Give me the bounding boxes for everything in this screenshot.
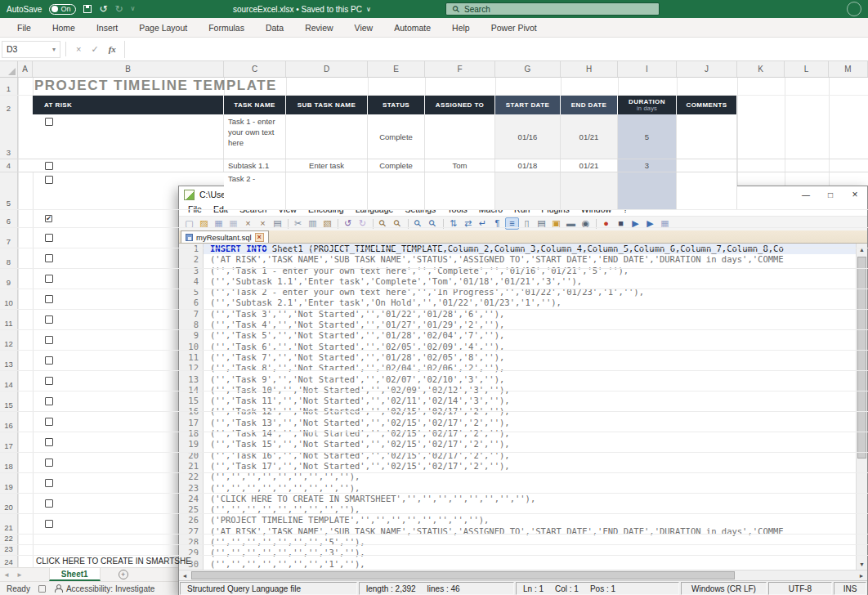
cell-duration[interactable]: [618, 172, 677, 209]
row-header[interactable]: 24: [0, 556, 18, 567]
cell-duration[interactable]: 5: [618, 114, 677, 159]
cell-start-date[interactable]: [495, 172, 561, 209]
cell-assigned[interactable]: [425, 114, 495, 159]
row-header[interactable]: 2: [0, 96, 18, 114]
save-icon[interactable]: [83, 5, 92, 13]
ribbon-tab[interactable]: Insert: [86, 18, 128, 38]
column-header[interactable]: H: [561, 61, 618, 77]
column-header[interactable]: K: [737, 61, 785, 77]
row-header[interactable]: 21: [0, 514, 18, 534]
header-comments[interactable]: COMMENTS: [677, 96, 737, 114]
row-header[interactable]: 17: [0, 432, 18, 452]
row-header[interactable]: 1: [0, 78, 18, 95]
row-header[interactable]: 16: [0, 412, 18, 432]
at-risk-checkbox[interactable]: [45, 336, 53, 344]
name-box[interactable]: D3 ▾: [2, 41, 60, 58]
cell-end-date[interactable]: [561, 172, 618, 209]
column-header[interactable]: J: [677, 61, 737, 77]
header-status[interactable]: STATUS: [368, 96, 425, 114]
accessibility-status[interactable]: Accessibility: Investigate: [54, 584, 154, 593]
insert-function-icon[interactable]: fx: [104, 44, 121, 54]
cell-sub-task[interactable]: Enter task: [286, 159, 368, 172]
horizontal-scrollbar[interactable]: ◄ ►: [179, 570, 867, 580]
row-header[interactable]: 8: [0, 248, 18, 268]
header-end-date[interactable]: END DATE: [561, 96, 618, 114]
cell-assigned[interactable]: [425, 172, 495, 209]
cell-comments[interactable]: [677, 172, 737, 209]
redo-icon[interactable]: ↻: [114, 4, 123, 14]
search-input[interactable]: ⚲ Search: [445, 2, 660, 16]
cell-duration[interactable]: 3: [618, 159, 677, 172]
at-risk-checkbox[interactable]: [45, 418, 53, 426]
add-sheet-icon[interactable]: +: [119, 570, 128, 579]
ribbon-tab[interactable]: Formulas: [198, 18, 255, 38]
row-header[interactable]: 20: [0, 494, 18, 513]
cell-assigned[interactable]: Tom: [425, 159, 495, 172]
scroll-right-icon[interactable]: ►: [856, 570, 867, 580]
undo-icon[interactable]: ↺: [99, 4, 107, 14]
ribbon-tab[interactable]: Power Pivot: [481, 18, 548, 38]
avatar[interactable]: [847, 2, 861, 16]
hscroll-thumb[interactable]: [191, 571, 735, 579]
cell-comments[interactable]: [677, 159, 737, 172]
at-risk-checkbox[interactable]: [45, 254, 53, 262]
header-task-name[interactable]: TASK NAME: [224, 96, 286, 114]
cell-status[interactable]: Complete: [368, 159, 425, 172]
cell-sub-task[interactable]: [286, 114, 368, 159]
row-header[interactable]: 10: [0, 289, 18, 309]
cell-end-date[interactable]: 01/21: [561, 114, 618, 159]
at-risk-checkbox[interactable]: [45, 520, 53, 528]
header-sub-task-name[interactable]: SUB TASK NAME: [286, 96, 368, 114]
at-risk-checkbox-checked[interactable]: ✔: [45, 215, 52, 222]
ribbon-tab[interactable]: Home: [42, 18, 86, 38]
ribbon-tab[interactable]: View: [344, 18, 384, 38]
macro-record-icon[interactable]: [38, 585, 46, 593]
column-header[interactable]: F: [425, 61, 495, 77]
at-risk-checkbox[interactable]: [45, 377, 53, 385]
row-header[interactable]: 11: [0, 310, 18, 329]
column-header[interactable]: A: [18, 61, 33, 77]
prev-sheet-icon[interactable]: ◄: [0, 571, 13, 579]
select-all-corner[interactable]: [0, 61, 18, 77]
at-risk-checkbox[interactable]: [45, 176, 53, 184]
column-header[interactable]: B: [33, 61, 224, 77]
row-header[interactable]: 7: [0, 228, 18, 248]
header-assigned-to[interactable]: ASSIGNED TO: [425, 96, 495, 114]
header-duration[interactable]: DURATIONin days: [618, 96, 677, 114]
at-risk-checkbox[interactable]: [45, 275, 53, 283]
row-header[interactable]: 12: [0, 330, 18, 350]
cell-status[interactable]: [368, 172, 425, 209]
smartsheet-link[interactable]: CLICK HERE TO CREATE IN SMARTSHE: [33, 556, 191, 567]
cell-end-date[interactable]: 01/21: [561, 159, 618, 172]
at-risk-checkbox[interactable]: [45, 234, 53, 242]
column-header[interactable]: C: [224, 61, 286, 77]
cell-task-name[interactable]: Subtask 1.1: [224, 159, 286, 172]
insert-mode-status[interactable]: INS: [834, 582, 866, 595]
row-header[interactable]: 5: [0, 172, 18, 209]
at-risk-checkbox[interactable]: [45, 438, 53, 446]
row-header[interactable]: 18: [0, 453, 18, 472]
at-risk-checkbox[interactable]: [45, 118, 53, 126]
row-header[interactable]: 6: [0, 210, 18, 227]
enter-icon[interactable]: ✓: [86, 44, 103, 55]
sheet-tab-sheet1[interactable]: Sheet1: [49, 568, 101, 581]
at-risk-checkbox[interactable]: [45, 295, 53, 303]
column-header[interactable]: G: [495, 61, 561, 77]
ribbon-tab[interactable]: File: [7, 18, 42, 38]
ribbon-tab[interactable]: Automate: [383, 18, 441, 38]
customize-qat-icon[interactable]: ∨: [131, 6, 136, 12]
ribbon-tab[interactable]: Data: [255, 18, 294, 38]
ribbon-tab[interactable]: Page Layout: [128, 18, 198, 38]
row-header[interactable]: 13: [0, 351, 18, 370]
formula-input[interactable]: [124, 41, 868, 58]
scroll-left-icon[interactable]: ◄: [179, 570, 190, 580]
column-header[interactable]: I: [618, 61, 677, 77]
eol-status[interactable]: Windows (CR LF): [681, 582, 767, 595]
column-header[interactable]: L: [785, 61, 829, 77]
chevron-down-icon[interactable]: ∨: [366, 6, 371, 13]
row-header[interactable]: 15: [0, 391, 18, 411]
cancel-icon[interactable]: ×: [71, 44, 86, 54]
header-at-risk[interactable]: AT RISK: [33, 96, 224, 114]
row-header[interactable]: 4: [0, 159, 18, 172]
row-header[interactable]: 19: [0, 473, 18, 493]
